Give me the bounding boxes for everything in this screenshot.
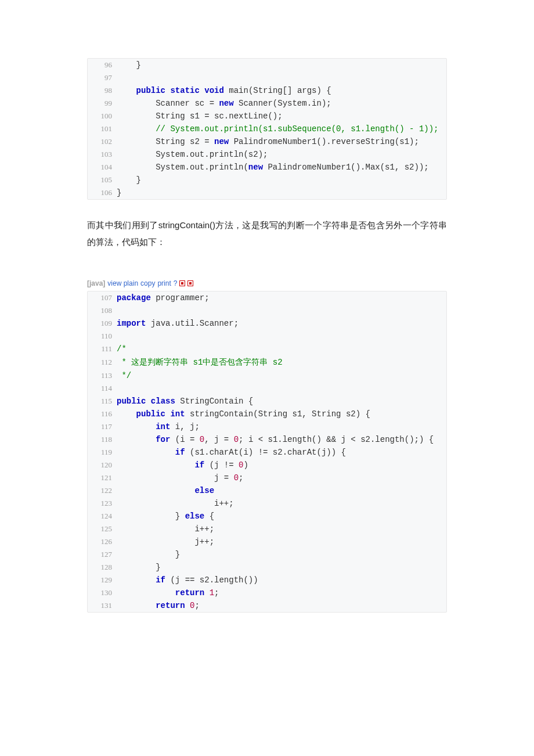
code-line: 112 * 这是判断字符串 s1中是否包含字符串 s2 (88, 355, 446, 369)
line-number: 96 (88, 60, 117, 70)
code-line: 124 } else { (88, 510, 446, 523)
code-line: 122 else (88, 484, 446, 497)
line-number: 111 (88, 344, 117, 354)
code-line: 109import java.util.Scanner; (88, 317, 446, 330)
code-line: 104 System.out.println(new PalindromeNum… (88, 161, 446, 174)
line-number: 103 (88, 150, 117, 159)
line-number: 104 (88, 163, 117, 172)
document-page: 96 }9798 public static void main(String[… (0, 0, 534, 676)
line-number: 125 (88, 524, 117, 534)
language-label: [java] (87, 279, 105, 287)
line-number: 124 (88, 512, 117, 521)
line-number: 101 (88, 124, 117, 134)
toolbar-icon[interactable] (187, 280, 193, 286)
line-number: 131 (88, 601, 117, 610)
code-line: 110 (88, 330, 446, 343)
line-number: 113 (88, 371, 117, 380)
line-number: 109 (88, 319, 117, 328)
code-content: System.out.println(s2); (117, 150, 268, 159)
line-number: 127 (88, 550, 117, 559)
code-content: */ (117, 371, 131, 380)
view-plain-link[interactable]: view plain (107, 279, 138, 287)
line-number: 102 (88, 137, 117, 146)
code-content: if (j == s2.length()) (117, 575, 258, 585)
code-line: 113 */ (88, 369, 446, 382)
code-content: import java.util.Scanner; (117, 319, 239, 328)
line-number: 107 (88, 293, 117, 303)
line-number: 106 (88, 188, 117, 197)
copy-link[interactable]: copy (140, 279, 155, 287)
code-content: * 这是判断字符串 s1中是否包含字符串 s2 (117, 357, 283, 368)
code-line: 106} (88, 186, 446, 199)
code-content: i++; (117, 499, 234, 508)
line-number: 114 (88, 384, 117, 393)
code-content: } (117, 188, 121, 197)
line-number: 118 (88, 435, 117, 444)
line-number: 130 (88, 588, 117, 597)
code-content: } (117, 563, 161, 572)
code-block-2: 107package programmer;108109import java.… (87, 291, 447, 613)
line-number: 117 (88, 422, 117, 431)
code-content: public class StringContain { (117, 397, 253, 406)
code-content: i++; (117, 524, 214, 534)
help-link[interactable]: ? (174, 279, 178, 287)
code-line: 101 // System.out.println(s1.subSequence… (88, 123, 446, 135)
code-line: 126 j++; (88, 535, 446, 548)
code-content: String s1 = sc.nextLine(); (117, 111, 283, 121)
code-line: 118 for (i = 0, j = 0; i < s1.length() &… (88, 433, 446, 446)
code-content: package programmer; (117, 293, 210, 303)
line-number: 126 (88, 537, 117, 546)
code-content: } (117, 60, 141, 70)
code-line: 98 public static void main(String[] args… (88, 84, 446, 97)
code-line: 119 if (s1.charAt(i) != s2.charAt(j)) { (88, 446, 446, 459)
line-number: 97 (88, 73, 117, 82)
line-number: 122 (88, 486, 117, 495)
line-number: 129 (88, 575, 117, 585)
code-line: 130 return 1; (88, 586, 446, 599)
code-content: j = 0; (117, 473, 243, 483)
code-line: 123 i++; (88, 497, 446, 510)
line-number: 120 (88, 460, 117, 470)
code-content: return 0; (117, 601, 200, 610)
code-content: Scanner sc = new Scanner(System.in); (117, 99, 331, 108)
code-line: 102 String s2 = new PalindromeNumber1().… (88, 135, 446, 148)
line-number: 112 (88, 358, 117, 367)
code-content: System.out.println(new PalindromeNumber1… (117, 163, 429, 172)
code-line: 116 public int stringContain(String s1, … (88, 408, 446, 420)
code-line: 127 } (88, 548, 446, 561)
code-content: if (j != 0) (117, 460, 248, 470)
code-content: } (117, 175, 141, 185)
line-number: 105 (88, 175, 117, 185)
code-line: 99 Scanner sc = new Scanner(System.in); (88, 97, 446, 110)
code-line: 115public class StringContain { (88, 395, 446, 408)
code-line: 100 String s1 = sc.nextLine(); (88, 110, 446, 123)
code-line: 125 i++; (88, 523, 446, 535)
code-content: } (117, 550, 180, 559)
code-content: } else { (117, 512, 214, 521)
code-line: 107package programmer; (88, 291, 446, 304)
code-line: 131 return 0; (88, 599, 446, 612)
code-content: int i, j; (117, 422, 200, 431)
toolbar-icon[interactable] (179, 280, 185, 286)
code-content: for (i = 0, j = 0; i < s1.length() && j … (117, 435, 434, 444)
code-line: 105 } (88, 174, 446, 186)
line-number: 98 (88, 86, 117, 95)
code-content: return 1; (117, 588, 219, 597)
code-content: public static void main(String[] args) { (117, 86, 331, 95)
code-content: // System.out.println(s1.subSequence(0, … (117, 124, 439, 134)
paragraph: 而其中我们用到了stringContain()方法，这是我写的判断一个字符串是否… (87, 217, 447, 250)
code-toolbar: [java] view plain copy print ? (87, 279, 447, 287)
code-line: 121 j = 0; (88, 471, 446, 484)
print-link[interactable]: print (157, 279, 171, 287)
code-line: 111/* (88, 343, 446, 355)
code-content: if (s1.charAt(i) != s2.charAt(j)) { (117, 448, 346, 457)
line-number: 100 (88, 111, 117, 121)
code-block-1: 96 }9798 public static void main(String[… (87, 58, 447, 200)
line-number: 119 (88, 448, 117, 457)
line-number: 110 (88, 332, 117, 341)
code-content: j++; (117, 537, 214, 546)
line-number: 99 (88, 99, 117, 108)
line-number: 128 (88, 563, 117, 572)
code-line: 120 if (j != 0) (88, 459, 446, 471)
code-line: 114 (88, 382, 446, 395)
